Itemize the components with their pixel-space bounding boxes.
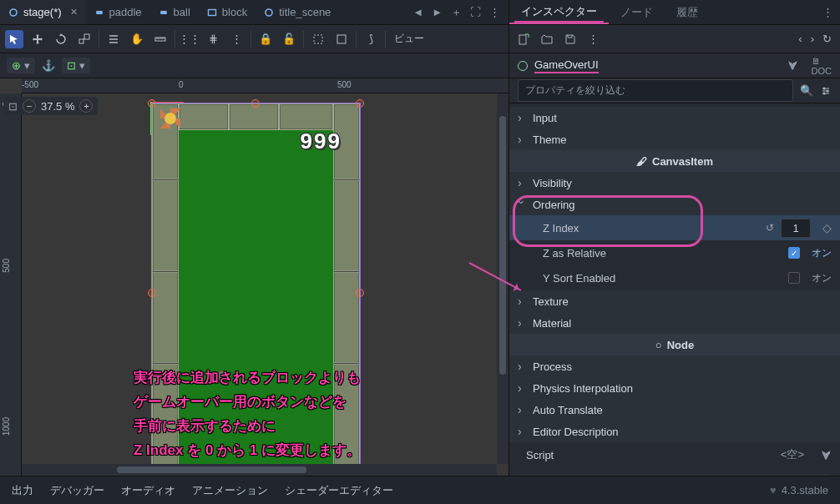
snap-tool[interactable]: ⋮⋮ [180, 30, 199, 48]
tab-inspector[interactable]: インスペクター [509, 0, 609, 24]
canvas-toolbar: ✋ ⋮⋮ ⋕ ⋮ 🔒 🔓 ⟆ ビュー [0, 25, 509, 53]
node-icon: ○ [655, 339, 662, 351]
pan-tool[interactable]: ✋ [128, 30, 146, 48]
ungroup-tool[interactable] [332, 30, 351, 48]
group-visibility[interactable]: Visibility [509, 172, 840, 194]
bottom-animation[interactable]: アニメーション [192, 483, 268, 498]
annotation: 実行後に追加されるブロックよりも ゲームオーバー用のボタンなどを 手前に表示する… [134, 366, 361, 463]
scene-tabs: stage(*) ✕ paddle ball block title_scene… [0, 0, 509, 25]
spinner-icon[interactable]: ◇ [822, 221, 832, 234]
snap-config[interactable]: ⋮ [227, 30, 245, 48]
tab-node[interactable]: ノード [609, 0, 665, 24]
group-physics[interactable]: Physics Interpolation [509, 377, 840, 399]
rect-icon [207, 8, 217, 18]
bottom-panel: 出力 デバッガー オーディオ アニメーション シェーダーエディター ♥4.3.s… [0, 476, 840, 504]
dots-icon[interactable]: ⋮ [489, 6, 500, 18]
selected-node-row[interactable]: GameOverUI ⮟ 🗎DOC [509, 53, 840, 78]
svg-rect-7 [314, 35, 322, 43]
close-icon[interactable]: ✕ [70, 7, 78, 18]
add-node-btn[interactable]: ⊕▾ [7, 58, 35, 73]
reset-icon[interactable]: ↺ [766, 222, 774, 234]
lock-tool[interactable]: 🔒 [256, 30, 275, 48]
zoom-in-btn[interactable]: + [79, 99, 93, 113]
filter-row: プロパティを絞り込む 🔍 [509, 78, 840, 103]
checkbox-z-relative[interactable]: ✓ [788, 247, 800, 259]
svg-point-12 [823, 92, 826, 94]
z-index-value[interactable]: 1 [781, 219, 811, 238]
tab-block[interactable]: block [199, 0, 256, 24]
canvas-viewport[interactable]: -500 0 500 0 500 1000 ⊡ − 37.5 % + [0, 78, 509, 476]
settings-icon[interactable] [820, 85, 832, 97]
load-icon[interactable] [541, 33, 553, 45]
tab-paddle[interactable]: paddle [86, 0, 150, 24]
search-icon[interactable]: 🔍 [800, 84, 813, 97]
next-icon[interactable]: ► [432, 6, 443, 18]
svg-rect-9 [519, 35, 526, 44]
history-icon[interactable]: ↻ [822, 33, 832, 45]
property-list: Input Theme 🖌CanvasItem Visibility Order… [509, 103, 840, 476]
filter-input[interactable]: プロパティを絞り込む [518, 79, 793, 102]
dots-icon[interactable]: ⋮ [588, 33, 599, 45]
group-texture[interactable]: Texture [509, 290, 840, 312]
list-tool[interactable] [104, 30, 123, 48]
back-icon[interactable]: ‹ [798, 33, 802, 45]
version-label: ♥4.3.stable [770, 484, 828, 496]
bottom-output[interactable]: 出力 [12, 483, 33, 498]
bone-tool[interactable]: ⟆ [362, 30, 380, 48]
tab-label: stage(*) [23, 6, 62, 18]
group-tool[interactable] [309, 30, 327, 48]
ruler-tool[interactable] [151, 30, 170, 48]
expand-icon[interactable]: ⛶ [470, 6, 481, 18]
tab-title-scene[interactable]: title_scene [256, 0, 339, 24]
group-material[interactable]: Material [509, 312, 840, 334]
svg-point-10 [823, 87, 826, 89]
script-value[interactable]: <空> [781, 447, 804, 462]
scale-tool[interactable] [75, 30, 94, 48]
tab-stage[interactable]: stage(*) ✕ [0, 0, 86, 24]
forward-icon[interactable]: › [811, 33, 814, 45]
tab-ball[interactable]: ball [150, 0, 199, 24]
scrollbar-horizontal[interactable] [22, 464, 497, 476]
prev-icon[interactable]: ◄ [412, 6, 423, 18]
save-icon[interactable] [564, 33, 576, 45]
chevron-down-icon[interactable]: ⮟ [787, 59, 798, 72]
chevron-down-icon[interactable]: ⮟ [821, 449, 832, 461]
prop-z-relative: Z as Relative ✓ オン [509, 240, 840, 265]
bottom-shader[interactable]: シェーダーエディター [285, 483, 393, 498]
group-theme[interactable]: Theme [509, 129, 840, 150]
focus-icon[interactable]: ⊡ [8, 100, 18, 113]
select-tool[interactable] [5, 30, 23, 48]
zoom-percent[interactable]: 37.5 % [41, 100, 74, 113]
move-tool[interactable] [28, 30, 47, 48]
svg-rect-3 [79, 39, 83, 43]
checkbox-y-sort[interactable] [788, 272, 800, 284]
bottom-audio[interactable]: オーディオ [121, 483, 175, 498]
plus-icon[interactable]: ＋ [451, 5, 462, 20]
zoom-out-btn[interactable]: − [23, 99, 36, 113]
rotate-tool[interactable] [52, 30, 70, 48]
category-node[interactable]: ○Node [509, 334, 840, 355]
group-input[interactable]: Input [509, 107, 840, 129]
new-resource-icon[interactable] [518, 33, 529, 45]
grid-snap-btn[interactable]: ⊡▾ [62, 58, 90, 73]
canvas-toolbar2: ⊕▾ ⚓ ⊡▾ [0, 53, 509, 78]
bone-icon [159, 8, 169, 18]
prop-y-sort: Y Sort Enabled オン [509, 265, 840, 290]
tab-label: paddle [109, 6, 142, 18]
group-ordering[interactable]: Ordering [509, 194, 840, 215]
doc-icon[interactable]: 🗎DOC [812, 56, 832, 76]
prop-script: Script <空> ⮟ [509, 442, 840, 467]
group-autotranslate[interactable]: Auto Translate [509, 399, 840, 421]
add-metadata-btn[interactable]: ＋ メタデータを追加 [518, 474, 832, 476]
unlock-tool[interactable]: 🔓 [280, 30, 298, 48]
category-canvasitem[interactable]: 🖌CanvasItem [509, 150, 840, 172]
grid-tool[interactable]: ⋕ [204, 30, 222, 48]
view-menu[interactable]: ビュー [391, 32, 428, 46]
tab-history[interactable]: 履歴 [665, 0, 710, 24]
anchor-icon[interactable]: ⚓ [42, 59, 55, 72]
score-label: 999 [301, 129, 342, 154]
group-process[interactable]: Process [509, 355, 840, 377]
bottom-debugger[interactable]: デバッガー [50, 483, 104, 498]
group-editordesc[interactable]: Editor Description [509, 421, 840, 442]
dots-icon[interactable]: ⋮ [822, 6, 833, 18]
